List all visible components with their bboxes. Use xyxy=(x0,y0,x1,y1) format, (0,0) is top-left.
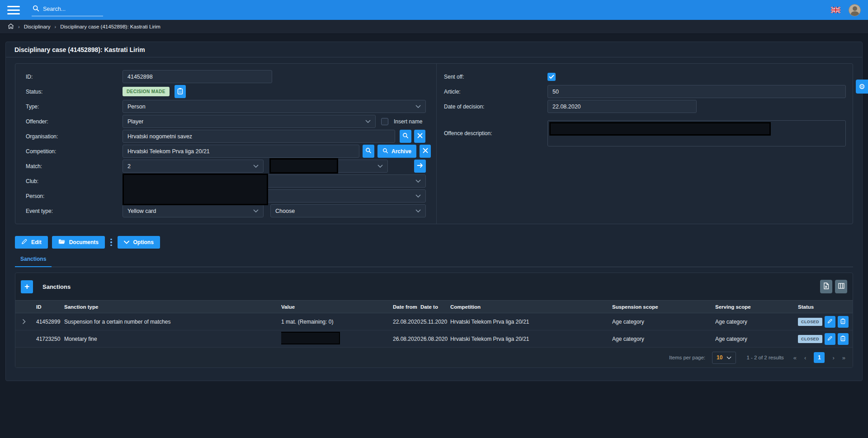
documents-button[interactable]: Documents xyxy=(52,236,105,249)
redaction-match xyxy=(269,158,338,174)
pencil-icon xyxy=(827,335,832,342)
organisation-search-button[interactable] xyxy=(400,130,411,143)
id-field[interactable] xyxy=(123,70,272,83)
row-id: 41723250 xyxy=(36,336,64,342)
event-type-label: Event type: xyxy=(26,208,123,214)
sanctions-table-header: ID Sanction type Value Date from Date to… xyxy=(15,300,853,313)
tab-sanctions[interactable]: Sanctions xyxy=(15,253,52,267)
status-history-button[interactable] xyxy=(175,85,186,98)
competition-search-button[interactable] xyxy=(363,145,374,158)
row-date-to: 26.08.2020 xyxy=(420,336,450,342)
insert-name-checkbox[interactable] xyxy=(381,118,388,125)
items-per-page-select[interactable]: 10 xyxy=(712,352,736,364)
organisation-clear-button[interactable] xyxy=(414,130,425,143)
row-expander-icon[interactable] xyxy=(15,319,36,325)
row-serving-scope: Age category xyxy=(715,336,798,342)
breadcrumb: › Disciplinary › Disciplinary case (4145… xyxy=(0,20,868,34)
sent-off-label: Sent off: xyxy=(444,74,547,80)
organisation-field[interactable] xyxy=(123,130,395,143)
col-value: Value xyxy=(281,304,393,310)
export-excel-button[interactable] xyxy=(820,280,832,293)
col-sanction-type: Sanction type xyxy=(64,304,281,310)
chevron-down-icon xyxy=(124,239,129,245)
insert-name-label: Insert name xyxy=(394,118,422,125)
global-search[interactable] xyxy=(32,4,103,16)
chevron-right-icon: › xyxy=(18,24,20,29)
redaction-offence-description xyxy=(549,122,771,136)
edit-sanction-button[interactable] xyxy=(825,316,835,328)
row-sanction-type: Suspension for a certain number of match… xyxy=(64,319,281,325)
competition-clear-button[interactable] xyxy=(420,145,431,158)
match-select[interactable]: 2 xyxy=(123,160,264,173)
redaction-value xyxy=(281,332,340,344)
row-serving-scope: Age category xyxy=(715,319,798,325)
chevron-down-icon xyxy=(253,165,259,168)
id-label: ID: xyxy=(26,74,123,80)
col-date-to: Date to xyxy=(420,304,450,310)
club-label: Club: xyxy=(26,178,123,184)
file-export-icon xyxy=(823,283,829,291)
next-page-button[interactable]: › xyxy=(832,354,834,361)
type-select[interactable]: Person xyxy=(123,100,426,113)
current-page-button[interactable]: 1 xyxy=(814,352,825,363)
user-avatar[interactable] xyxy=(849,4,861,16)
edit-sanction-button[interactable] xyxy=(825,333,835,345)
gear-icon: ⚙ xyxy=(859,82,865,91)
col-id: ID xyxy=(36,304,64,310)
language-flag-icon[interactable] xyxy=(831,7,840,13)
add-sanction-button[interactable]: + xyxy=(21,280,33,293)
home-icon[interactable] xyxy=(8,23,14,30)
col-competition: Competition xyxy=(450,304,612,310)
settings-flyout-button[interactable]: ⚙ xyxy=(856,80,868,94)
clipboard-icon xyxy=(177,88,183,96)
chevron-down-icon xyxy=(365,120,371,123)
row-value: 1 mat. (Remaining: 0) xyxy=(281,319,393,325)
event-type-select[interactable]: Yellow card xyxy=(123,204,264,217)
pagination: Items per page: 10 1 - 2 of 2 results « … xyxy=(15,348,853,367)
prev-page-button[interactable]: ‹ xyxy=(804,354,806,361)
status-badge: DECISION MADE xyxy=(123,87,170,96)
plus-icon: + xyxy=(24,282,29,292)
competition-archive-button[interactable]: Archive xyxy=(377,145,416,158)
event-type-secondary-select[interactable]: Choose xyxy=(270,204,426,217)
clipboard-icon xyxy=(840,335,845,343)
pencil-icon xyxy=(827,318,832,325)
search-icon xyxy=(33,5,39,13)
organisation-label: Organisation: xyxy=(26,133,123,140)
search-icon xyxy=(382,148,388,155)
chevron-down-icon xyxy=(726,355,731,360)
table-row: 41452899 Suspension for a certain number… xyxy=(15,313,853,330)
sanction-history-button[interactable] xyxy=(838,316,849,328)
breadcrumb-item-disciplinary[interactable]: Disciplinary xyxy=(24,24,51,29)
chevron-right-icon: › xyxy=(54,24,56,29)
col-date-from: Date from xyxy=(393,304,420,310)
edit-button[interactable]: Edit xyxy=(15,236,48,249)
chevron-down-icon xyxy=(253,209,259,212)
column-settings-button[interactable] xyxy=(835,280,847,293)
offender-select[interactable]: Player xyxy=(123,115,376,128)
date-of-decision-label: Date of decision: xyxy=(444,104,547,110)
sent-off-checkbox[interactable] xyxy=(547,73,556,81)
offence-description-field[interactable] xyxy=(547,120,846,146)
last-page-button[interactable]: » xyxy=(842,354,845,361)
date-of-decision-field[interactable] xyxy=(547,100,697,113)
article-field[interactable] xyxy=(547,85,846,98)
sanction-history-button[interactable] xyxy=(838,333,849,345)
first-page-button[interactable]: « xyxy=(793,354,797,361)
more-actions-icon[interactable] xyxy=(109,239,113,246)
hamburger-menu-icon[interactable] xyxy=(7,6,20,14)
options-button[interactable]: Options xyxy=(118,236,160,249)
top-bar xyxy=(0,0,868,20)
offender-label: Offender: xyxy=(26,118,123,125)
competition-label: Competition: xyxy=(26,148,123,155)
search-icon xyxy=(365,147,372,155)
chevron-down-icon xyxy=(415,194,421,198)
competition-field[interactable] xyxy=(123,145,359,158)
columns-icon xyxy=(838,283,844,290)
search-input[interactable] xyxy=(43,6,97,12)
row-date-to: 25.11.2020 xyxy=(420,319,450,325)
page-title: Disciplinary case (41452898): Kastrati L… xyxy=(14,46,854,53)
search-icon xyxy=(402,132,409,140)
row-date-from: 26.08.2020 xyxy=(393,336,420,342)
match-go-button[interactable] xyxy=(414,160,426,173)
